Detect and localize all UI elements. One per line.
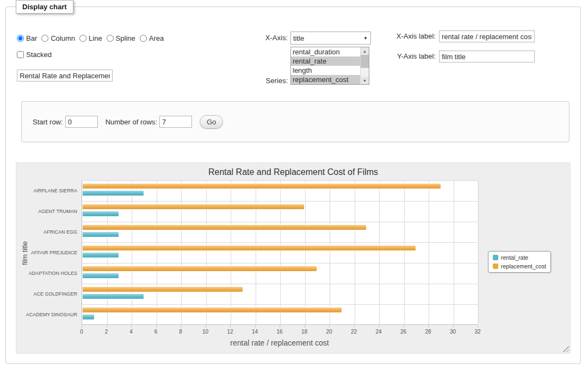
- bar-replacement_cost[interactable]: [82, 224, 367, 230]
- legend-label: rental_rate: [501, 254, 528, 261]
- series-multiselect[interactable]: rental_duration rental_rate length repla…: [290, 47, 369, 85]
- chart-title-input[interactable]: [17, 70, 113, 81]
- scrollbar-track[interactable]: [361, 68, 369, 77]
- radio-item-spline[interactable]: Spline: [107, 34, 135, 42]
- bar-rental_rate[interactable]: [82, 293, 144, 299]
- bar-replacement_cost[interactable]: [82, 307, 342, 313]
- area-radio[interactable]: [140, 35, 147, 42]
- x-axis-tickmark: [428, 325, 429, 328]
- column-radio-label: Column: [51, 34, 75, 42]
- gridline-vertical: [280, 180, 281, 324]
- x-axis-tick-label: 12: [227, 329, 233, 335]
- x-axis-tickmark: [329, 325, 330, 328]
- bar-rental_rate[interactable]: [82, 252, 119, 258]
- xaxis-select-label: X-Axis:: [245, 34, 288, 42]
- series-option-replacement-cost[interactable]: replacement_cost: [291, 75, 360, 84]
- series-option-rental-duration[interactable]: rental_duration: [291, 47, 360, 57]
- go-button[interactable]: Go: [200, 115, 223, 129]
- x-axis-tickmark: [131, 325, 132, 328]
- stacked-checkbox[interactable]: [17, 51, 24, 58]
- start-row-input[interactable]: [65, 116, 98, 128]
- x-axis-tickmark: [404, 325, 404, 328]
- legend-item-rental_rate[interactable]: rental_rate: [493, 254, 546, 261]
- gridline-vertical: [305, 180, 306, 324]
- x-axis-title: rental rate / replacement cost: [82, 338, 478, 347]
- x-axis-tick-label: 30: [450, 329, 456, 335]
- bar-replacement_cost[interactable]: [82, 286, 243, 292]
- category-label: AFFAIR PREJUDICE: [16, 250, 77, 255]
- yaxis-label-input[interactable]: [439, 51, 535, 62]
- xaxis-select-wrap: title ▼: [290, 32, 371, 45]
- radio-item-bar[interactable]: Bar: [17, 34, 37, 42]
- gridline-horizontal: [82, 304, 478, 305]
- radio-item-area[interactable]: Area: [140, 34, 164, 42]
- x-axis-tick-label: 26: [400, 329, 406, 335]
- line-radio[interactable]: [79, 35, 86, 42]
- series-list-label: Series:: [245, 77, 288, 85]
- scroll-up-icon[interactable]: ▲: [361, 47, 369, 55]
- stacked-label: Stacked: [26, 51, 52, 59]
- bar-radio[interactable]: [17, 35, 24, 42]
- scrollbar-thumb[interactable]: [361, 55, 369, 68]
- gridline-vertical: [157, 180, 157, 324]
- start-row-group: Start row:: [33, 116, 98, 128]
- spline-radio-label: Spline: [116, 34, 135, 42]
- fieldset-legend: Display chart: [16, 0, 73, 14]
- x-axis-tick-label: 16: [276, 329, 282, 335]
- bar-rental_rate[interactable]: [82, 314, 95, 320]
- x-axis-tickmark: [280, 325, 280, 328]
- xaxis-select[interactable]: title: [290, 32, 371, 45]
- x-axis-tick-label: 14: [252, 329, 258, 335]
- radio-item-line[interactable]: Line: [79, 34, 102, 42]
- x-axis-tick-label: 2: [105, 329, 108, 335]
- series-option-rental-rate[interactable]: rental_rate: [291, 57, 360, 66]
- xaxis-label-input[interactable]: [439, 30, 535, 42]
- number-of-rows-input[interactable]: [159, 116, 192, 128]
- gridline-vertical: [330, 180, 330, 324]
- x-axis-tickmark: [82, 325, 82, 328]
- bar-replacement_cost[interactable]: [82, 245, 416, 251]
- plot-area: [82, 180, 478, 325]
- gridline-vertical: [206, 180, 207, 324]
- gridline-vertical: [132, 180, 132, 324]
- bar-rental_rate[interactable]: [82, 231, 119, 237]
- x-axis-tick-label: 4: [129, 329, 133, 335]
- legend-swatch: [493, 255, 498, 260]
- x-axis-tickmark: [478, 325, 478, 328]
- chart-type-radiogroup: Bar Column Line Spline Area: [17, 34, 168, 42]
- x-axis-tick-label: 6: [154, 329, 158, 335]
- x-axis-tick-label: 24: [375, 329, 381, 335]
- series-option-length[interactable]: length: [291, 66, 360, 75]
- stacked-checkbox-row[interactable]: Stacked: [17, 51, 52, 59]
- column-radio[interactable]: [41, 35, 48, 42]
- legend-item-replacement_cost[interactable]: replacement_cost: [493, 263, 546, 269]
- x-axis-tick-label: 32: [474, 329, 480, 335]
- radio-item-column[interactable]: Column: [41, 34, 75, 42]
- bar-replacement_cost[interactable]: [82, 204, 305, 210]
- gridline-vertical: [181, 180, 182, 324]
- gridline-vertical: [355, 180, 355, 324]
- gridline-horizontal: [82, 201, 478, 202]
- resize-grip-icon[interactable]: [562, 346, 569, 352]
- category-label: AIRPLANE SIERRA: [16, 188, 77, 193]
- bar-replacement_cost[interactable]: [82, 183, 441, 189]
- bar-replacement_cost[interactable]: [82, 266, 317, 272]
- gridline-horizontal: [82, 263, 478, 264]
- bar-rental_rate[interactable]: [82, 273, 119, 279]
- gridline-vertical: [379, 180, 380, 324]
- x-axis-tick-label: 8: [179, 329, 182, 335]
- scroll-down-icon[interactable]: ▼: [361, 77, 369, 84]
- listbox-scrollbar[interactable]: ▲ ▼: [360, 47, 369, 84]
- chart-widget: Rental Rate and Replacement Cost of Film…: [16, 162, 571, 354]
- bar-rental_rate[interactable]: [82, 190, 144, 196]
- x-axis-tickmark: [354, 325, 355, 328]
- category-label: AFRICAN EGG: [16, 229, 77, 235]
- x-axis-tickmark: [453, 325, 454, 328]
- legend-swatch: [493, 264, 498, 269]
- spline-radio[interactable]: [107, 35, 114, 42]
- chart-title: Rental Rate and Replacement Cost of Film…: [16, 167, 570, 177]
- x-axis-tick-label: 20: [326, 329, 332, 335]
- gridline-horizontal: [82, 222, 478, 222]
- line-radio-label: Line: [89, 34, 102, 42]
- bar-rental_rate[interactable]: [82, 211, 119, 217]
